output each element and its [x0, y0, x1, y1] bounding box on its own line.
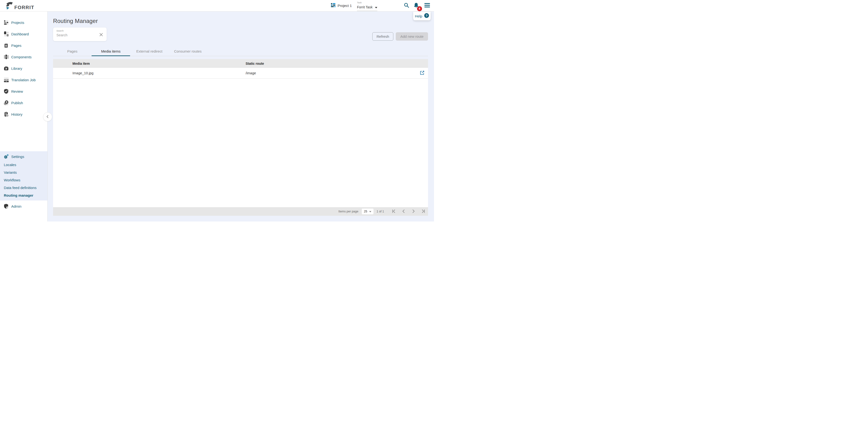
search-input[interactable] — [56, 33, 98, 37]
chevron-right-icon — [411, 209, 415, 214]
refresh-button[interactable]: Refresh — [372, 32, 394, 41]
bell-icon — [413, 2, 419, 9]
clear-search-button[interactable] — [98, 33, 104, 37]
help-question-icon: ? — [424, 13, 429, 19]
translation-job-icon — [4, 77, 9, 82]
column-header-media-item: Media item — [53, 62, 246, 65]
sidebar-collapse-button[interactable] — [43, 112, 52, 122]
next-page-button[interactable] — [410, 209, 416, 214]
sidebar-item-variants[interactable]: Variants — [0, 168, 48, 176]
search-field-label: Search — [56, 29, 104, 32]
sidebar-item-translation-job[interactable]: Translation Job — [0, 74, 48, 86]
settings-section: Settings Locales Variants Workflows Data… — [0, 151, 48, 201]
open-route-button[interactable] — [420, 70, 425, 76]
column-header-static-route: Static route — [246, 62, 411, 65]
table-row: Image_10.jpg /image — [53, 68, 428, 79]
search-icon — [404, 2, 409, 9]
chevron-down-icon — [375, 5, 377, 9]
menu-button[interactable] — [424, 2, 430, 9]
routes-table: Media item Static route Image_10.jpg /im… — [53, 59, 428, 216]
pagination-bar: Items per page 25 1 of 1 — [53, 207, 428, 216]
help-popover[interactable]: Help ? — [413, 12, 431, 20]
notifications-button[interactable]: 8 — [413, 2, 420, 9]
forrit-logo-icon — [5, 1, 14, 10]
tab-pages[interactable]: Pages — [53, 46, 92, 56]
admin-label: Admin — [11, 204, 22, 208]
cell-static-route: /image — [246, 71, 411, 75]
project-selector[interactable]: Project 1 — [331, 3, 352, 8]
search-button[interactable] — [403, 2, 410, 9]
sidebar-item-admin[interactable]: Admin — [0, 201, 48, 212]
history-icon — [4, 111, 9, 117]
last-page-icon — [421, 209, 425, 214]
sidebar-item-pages[interactable]: Pages — [0, 40, 48, 51]
chevron-down-icon — [369, 210, 371, 213]
main-content: Routing Manager Search — [48, 11, 434, 222]
last-page-button[interactable] — [421, 209, 426, 214]
items-per-page-label: Items per page — [338, 210, 358, 213]
search-card: Search — [53, 28, 107, 41]
sidebar-item-publish[interactable]: Publish — [0, 97, 48, 108]
sidebar: Projects Dashboard — [0, 11, 48, 222]
pages-icon — [4, 43, 9, 48]
page-size-select[interactable]: 25 — [362, 209, 373, 214]
review-icon — [4, 89, 9, 94]
first-page-icon — [392, 209, 396, 214]
sidebar-item-settings[interactable]: Settings — [0, 152, 48, 161]
cell-media-item: Image_10.jpg — [53, 71, 246, 75]
dashboard-icon — [4, 31, 9, 37]
page-range-label: 1 of 1 — [377, 210, 384, 213]
logo[interactable]: FORRIT — [5, 1, 34, 10]
settings-label: Settings — [11, 155, 24, 159]
tab-bar: Pages Media items External redirect Cons… — [53, 46, 428, 56]
chevron-left-icon — [46, 115, 49, 119]
help-label: Help — [415, 14, 422, 18]
sidebar-item-components[interactable]: Components — [0, 51, 48, 63]
sidebar-item-review[interactable]: Review — [0, 86, 48, 97]
library-icon — [4, 66, 9, 71]
sidebar-nav: Projects Dashboard — [0, 11, 48, 120]
sidebar-item-history[interactable]: History — [0, 108, 48, 120]
svg-text:?: ? — [426, 14, 428, 18]
sidebar-item-dashboard[interactable]: Dashboard — [0, 28, 48, 40]
project-name: Project 1 — [338, 4, 352, 8]
project-grid-icon — [331, 3, 336, 8]
first-page-button[interactable] — [391, 209, 397, 214]
projects-icon — [4, 20, 9, 25]
publish-icon — [4, 100, 9, 105]
page-title: Routing Manager — [53, 18, 428, 24]
sidebar-item-locales[interactable]: Locales — [0, 161, 48, 168]
admin-shield-icon — [4, 204, 9, 209]
app-root: FORRIT Project 1 Task — [0, 0, 434, 222]
task-select-label: Task — [357, 1, 377, 4]
task-select[interactable]: Task Forrit Task — [357, 0, 377, 11]
sidebar-item-data-feed-definitions[interactable]: Data feed definitions — [0, 184, 48, 192]
add-new-route-button[interactable]: Add new route — [396, 32, 428, 41]
sidebar-item-library[interactable]: Library — [0, 63, 48, 74]
open-in-new-icon — [420, 70, 425, 76]
app-header: FORRIT Project 1 Task — [0, 0, 434, 11]
chevron-left-icon — [401, 209, 406, 214]
page-size-value: 25 — [364, 210, 367, 213]
sidebar-item-projects[interactable]: Projects — [0, 17, 48, 28]
previous-page-button[interactable] — [401, 209, 406, 214]
table-header-row: Media item Static route — [53, 59, 428, 68]
sidebar-item-workflows[interactable]: Workflows — [0, 176, 48, 184]
sidebar-item-routing-manager[interactable]: Routing manager — [0, 192, 48, 199]
logo-text: FORRIT — [14, 5, 34, 10]
gear-icon — [4, 154, 9, 159]
tab-external-redirect[interactable]: External redirect — [130, 46, 168, 56]
tab-media-items[interactable]: Media items — [92, 46, 130, 56]
components-icon — [4, 54, 9, 60]
hamburger-menu-icon — [425, 3, 430, 8]
close-icon — [99, 33, 103, 37]
tab-consumer-routes[interactable]: Consumer routes — [168, 46, 207, 56]
task-select-value: Forrit Task — [357, 5, 373, 9]
